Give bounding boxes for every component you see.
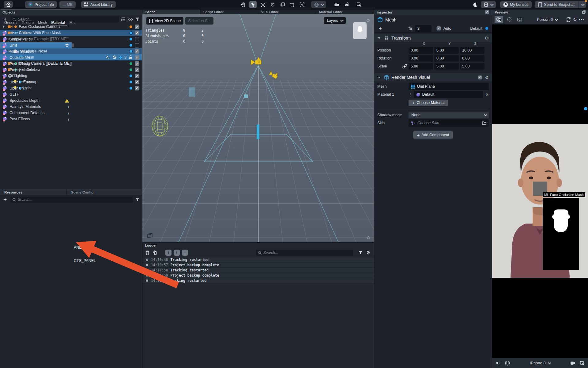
visibility-checkbox[interactable]: ✓ (135, 49, 139, 54)
tab-material-editor[interactable]: Material Editor (316, 10, 374, 14)
tab-script-editor[interactable]: Script Editor (200, 10, 258, 14)
visibility-checkbox[interactable]: ✓ (135, 80, 139, 84)
transform-collapse-arrow[interactable] (377, 36, 382, 40)
material-item-simple-pbr[interactable]: ✦Simple PBR (0, 36, 72, 42)
material-item-unlit[interactable]: ✦Unlit (0, 42, 72, 48)
material-item-pbr[interactable]: ✦PBR (0, 73, 72, 79)
add-component-button[interactable]: +Add Component (413, 131, 453, 139)
choose-material-button[interactable]: +Choose Material (409, 100, 448, 106)
my-lenses-button[interactable]: My Lenses (500, 1, 531, 8)
link-icon[interactable] (402, 64, 407, 69)
pan-tool-button[interactable] (239, 1, 247, 8)
logger-settings-gear-icon[interactable]: ⚙ (366, 250, 370, 255)
visibility-checkbox[interactable] (135, 37, 139, 41)
logger-search-input[interactable]: Search... (256, 250, 353, 256)
project-size-button[interactable]: ... MB (59, 1, 76, 8)
rotate-tool-button[interactable] (269, 1, 276, 8)
transform-input[interactable]: 0.00 (434, 55, 459, 62)
speaker-icon[interactable] (496, 361, 501, 365)
visibility-checkbox[interactable]: ✓ (135, 25, 139, 29)
log-warning-filter-button[interactable]: ! (174, 250, 180, 256)
transform-input[interactable]: 0.00 (409, 47, 433, 54)
picker-tab-texture[interactable]: Texture (20, 20, 36, 25)
log-error-filter-button[interactable]: − (182, 250, 188, 256)
layers-dropdown[interactable]: Layers (324, 17, 346, 24)
material-item-hairstyle-materials[interactable]: ✦Hairstyle Materials› (0, 104, 72, 110)
snap-surface-button[interactable] (333, 1, 340, 8)
view-2d-scene-button[interactable]: View 2D Scene (146, 17, 183, 25)
auto-checkbox[interactable]: ✓ (437, 26, 441, 31)
transform-input[interactable]: 5.00 (409, 63, 433, 70)
remove-material-x-button[interactable]: ✕ (485, 92, 489, 97)
material-item-gltf[interactable]: ✦GLTF (0, 91, 72, 98)
render-order-input[interactable]: 3 (415, 25, 432, 32)
preview-mode-camera-button[interactable] (495, 16, 503, 23)
transform-input[interactable]: 0.00 (460, 55, 484, 62)
coordinate-space-dropdown[interactable] (311, 1, 326, 8)
log-row[interactable]: 714:11:58Tracking restarted (142, 268, 374, 273)
asset-library-button[interactable]: Asset Library (81, 1, 116, 8)
preview-mode-webcam-button[interactable] (515, 16, 524, 23)
picker-tab-mesh[interactable]: Mesh (36, 20, 49, 25)
screenshot-crop-icon[interactable] (580, 361, 584, 365)
tab-scene-config[interactable]: Scene Config (66, 189, 98, 195)
rmv-enabled-checkbox[interactable]: ✓ (478, 75, 482, 79)
material-item-empty-material[interactable]: ✦Empty Material (0, 67, 72, 73)
log-row[interactable]: 14:12:0Tracking restarted (142, 278, 374, 283)
scale-tool-button[interactable] (279, 1, 286, 8)
folder-icon[interactable] (482, 121, 486, 125)
transform-input[interactable]: 0.00 (409, 55, 433, 62)
filter-icon[interactable] (135, 198, 139, 201)
rmv-gear-icon[interactable]: ⚙ (485, 75, 489, 80)
project-info-button[interactable]: Project Info (25, 1, 57, 8)
transform-input[interactable]: 5.00 (460, 63, 484, 70)
rect-transform-tool-button[interactable] (288, 1, 296, 8)
material-item-occluder[interactable]: ✦Occluder (0, 55, 72, 61)
material-item-spectacles-depth[interactable]: ✦Spectacles Depth (0, 98, 72, 104)
visibility-checkbox[interactable]: ✓ (135, 86, 139, 90)
logger-filter-icon[interactable] (359, 251, 363, 255)
skin-value-field[interactable]: Choose Skin (409, 119, 489, 127)
visibility-checkbox[interactable] (135, 43, 139, 48)
move-tool-button[interactable] (259, 1, 266, 8)
material-item-uber-pbr[interactable]: ✦Uber PBR (0, 30, 72, 36)
material-item-uber-unlit[interactable]: ✦Uber Unlit (0, 85, 72, 91)
add-resource-button[interactable]: + (2, 197, 8, 203)
collapse-chevrons-icon[interactable] (366, 235, 371, 240)
visibility-checkbox[interactable]: ✓ (135, 74, 139, 78)
picker-tab-ma[interactable]: Ma (67, 20, 77, 25)
material-item-component-defaults[interactable]: ✦Component Defaults› (0, 110, 72, 116)
default-radio[interactable] (485, 26, 489, 30)
send-options-chevron[interactable] (578, 1, 586, 8)
filter-icon[interactable] (135, 17, 139, 21)
pause-icon[interactable] (505, 361, 510, 366)
resources-search-input[interactable]: Search... (10, 197, 133, 203)
visibility-checkbox[interactable]: ✓ (135, 31, 139, 35)
preview-pin-dot[interactable] (584, 107, 587, 110)
viewport-2d-toggle-icon[interactable] (147, 233, 153, 238)
clear-log-trash-icon[interactable] (145, 251, 149, 255)
home-button[interactable] (4, 1, 13, 8)
picker-tab-general[interactable]: General (2, 20, 20, 25)
visibility-checkbox[interactable]: ✓ (135, 55, 139, 60)
favorite-star-icon[interactable] (65, 43, 69, 48)
material-item-post-effects[interactable]: ✦Post Effects› (0, 116, 72, 122)
send-to-snapchat-button[interactable]: Send to Snapchat (535, 1, 586, 8)
visibility-checkbox[interactable]: ✓ (135, 67, 139, 72)
log-row[interactable]: 714:10:48Tracking restarted (142, 257, 374, 263)
dark-mode-moon-icon[interactable] (473, 2, 478, 7)
rmv-collapse-arrow[interactable] (377, 75, 382, 79)
scene-viewport[interactable]: View 2D Scene Selection Set Triangles82B… (142, 14, 374, 242)
add-button[interactable]: + (377, 25, 383, 32)
log-info-filter-button[interactable]: i (165, 250, 172, 256)
viewport-settings-gear-icon[interactable]: ⚙ (366, 18, 370, 23)
visibility-checkbox[interactable]: ✓ (135, 61, 139, 66)
shadow-mode-dropdown[interactable]: None (409, 112, 489, 118)
visibility-eye-icon[interactable] (128, 18, 133, 21)
tab-vfx-editor[interactable]: VFX Editor (258, 10, 316, 14)
tab-scene[interactable]: Scene (142, 10, 200, 14)
picker-tab-material[interactable]: Material (49, 20, 67, 25)
transform-gear-icon[interactable]: ⚙ (485, 36, 489, 40)
popout-window-icon[interactable] (582, 10, 586, 14)
auto-clear-log-icon[interactable] (153, 250, 158, 255)
